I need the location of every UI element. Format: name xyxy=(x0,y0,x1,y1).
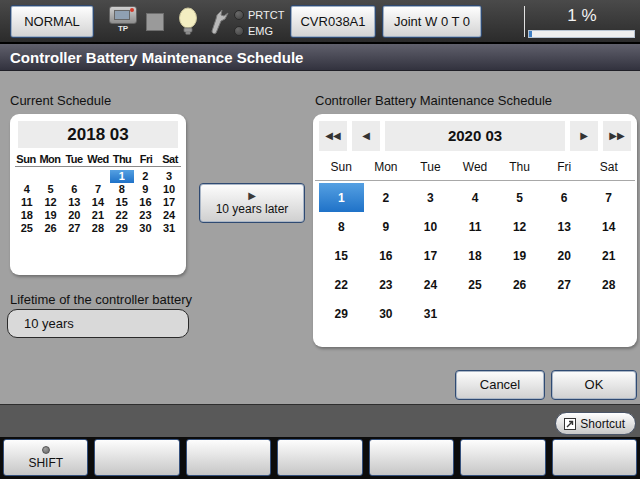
calendar-day[interactable]: 17 xyxy=(157,196,181,209)
calendar-day[interactable]: 2 xyxy=(364,183,409,212)
calendar-empty-cell xyxy=(15,170,39,183)
current-calendar-weekday-row: SunMonTueWedThuFriSat xyxy=(14,151,182,166)
calendar-day-selected[interactable]: 1 xyxy=(319,183,364,212)
calendar-day[interactable]: 7 xyxy=(586,183,631,212)
next-month-button[interactable]: ▶ xyxy=(570,121,598,151)
calendar-day[interactable]: 28 xyxy=(86,222,110,235)
calendar-day[interactable]: 26 xyxy=(497,270,542,299)
calendar-day[interactable]: 2 xyxy=(134,170,158,183)
launch-icon xyxy=(564,418,576,430)
function-key-bar: SHIFT xyxy=(0,437,640,479)
calendar-day[interactable]: 5 xyxy=(497,183,542,212)
weekday-label: Fri xyxy=(542,155,587,180)
calendar-day[interactable]: 18 xyxy=(453,241,498,270)
calendar-day[interactable]: 13 xyxy=(62,196,86,209)
function-key-blank[interactable] xyxy=(369,439,454,476)
calendar-empty-cell xyxy=(39,170,63,183)
calendar-day[interactable]: 22 xyxy=(110,209,134,222)
coordinate-mode-button[interactable]: Joint W 0 T 0 xyxy=(382,5,482,38)
lifetime-value-field[interactable]: 10 years xyxy=(7,309,189,338)
calendar-day[interactable]: 24 xyxy=(157,209,181,222)
prev-year-button[interactable]: ◀◀ xyxy=(319,121,347,151)
calendar-day[interactable]: 8 xyxy=(110,183,134,196)
calendar-day[interactable]: 19 xyxy=(497,241,542,270)
calendar-day[interactable]: 8 xyxy=(319,212,364,241)
calendar-day[interactable]: 15 xyxy=(110,196,134,209)
speed-progress-fill xyxy=(529,31,532,37)
calendar-empty-cell xyxy=(86,170,110,183)
calendar-day[interactable]: 25 xyxy=(453,270,498,299)
ok-button[interactable]: OK xyxy=(551,370,637,400)
calendar-day[interactable]: 27 xyxy=(62,222,86,235)
ten-years-later-button[interactable]: ▶ 10 years later xyxy=(199,183,305,223)
function-key-blank[interactable] xyxy=(186,439,271,476)
calendar-day[interactable]: 29 xyxy=(319,299,364,328)
calendar-day[interactable]: 23 xyxy=(134,209,158,222)
calendar-day[interactable]: 22 xyxy=(319,270,364,299)
calendar-day[interactable]: 26 xyxy=(39,222,63,235)
calendar-day[interactable]: 20 xyxy=(542,241,587,270)
emg-led-icon xyxy=(234,26,244,36)
calendar-day[interactable]: 15 xyxy=(319,241,364,270)
calendar-day[interactable]: 23 xyxy=(364,270,409,299)
calendar-day[interactable]: 3 xyxy=(408,183,453,212)
calendar-day[interactable]: 4 xyxy=(15,183,39,196)
weekday-label: Thu xyxy=(497,155,542,180)
mode-button[interactable]: NORMAL xyxy=(10,5,94,38)
calendar-day[interactable]: 11 xyxy=(453,212,498,241)
shift-led-icon xyxy=(42,446,50,454)
function-key-blank[interactable] xyxy=(460,439,545,476)
calendar-day[interactable]: 12 xyxy=(39,196,63,209)
calendar-empty-cell xyxy=(62,170,86,183)
calendar-day[interactable]: 24 xyxy=(408,270,453,299)
calendar-day[interactable]: 16 xyxy=(364,241,409,270)
calendar-day[interactable]: 13 xyxy=(542,212,587,241)
function-key-blank[interactable] xyxy=(552,439,637,476)
calendar-day[interactable]: 29 xyxy=(110,222,134,235)
calendar-day[interactable]: 31 xyxy=(157,222,181,235)
calendar-day[interactable]: 14 xyxy=(586,212,631,241)
calendar-day[interactable]: 19 xyxy=(39,209,63,222)
calendar-day[interactable]: 9 xyxy=(134,183,158,196)
shortcut-button[interactable]: Shortcut xyxy=(555,412,636,435)
calendar-day-selected[interactable]: 1 xyxy=(110,170,134,183)
calendar-day[interactable]: 31 xyxy=(408,299,453,328)
next-year-button[interactable]: ▶▶ xyxy=(603,121,631,151)
calendar-day[interactable]: 3 xyxy=(157,170,181,183)
calendar-day[interactable]: 17 xyxy=(408,241,453,270)
calendar-day[interactable]: 20 xyxy=(62,209,86,222)
calendar-day[interactable]: 7 xyxy=(86,183,110,196)
emg-indicator: EMG xyxy=(234,24,273,38)
calendar-day[interactable]: 5 xyxy=(39,183,63,196)
calendar-day[interactable]: 18 xyxy=(15,209,39,222)
page-title: Controller Battery Maintenance Schedule xyxy=(0,44,640,71)
calendar-day[interactable]: 21 xyxy=(86,209,110,222)
calendar-day[interactable]: 6 xyxy=(542,183,587,212)
speed-value: 1 % xyxy=(530,6,634,26)
ten-years-later-label: 10 years later xyxy=(216,202,289,216)
calendar-day[interactable]: 9 xyxy=(364,212,409,241)
function-key-blank[interactable] xyxy=(277,439,362,476)
function-key-blank[interactable] xyxy=(94,439,179,476)
calendar-day[interactable]: 16 xyxy=(134,196,158,209)
function-key-label: SHIFT xyxy=(28,456,63,470)
calendar-day[interactable]: 21 xyxy=(586,241,631,270)
calendar-day[interactable]: 10 xyxy=(408,212,453,241)
calendar-day[interactable]: 4 xyxy=(453,183,498,212)
weekday-label: Thu xyxy=(110,151,134,166)
function-key-shift[interactable]: SHIFT xyxy=(3,439,88,476)
calendar-day[interactable]: 14 xyxy=(86,196,110,209)
calendar-day[interactable]: 12 xyxy=(497,212,542,241)
cancel-button[interactable]: Cancel xyxy=(455,370,545,400)
weekday-label: Fri xyxy=(134,151,158,166)
calendar-day[interactable]: 28 xyxy=(586,270,631,299)
calendar-day[interactable]: 30 xyxy=(134,222,158,235)
program-button[interactable]: CVR038A1 xyxy=(290,5,376,38)
calendar-day[interactable]: 30 xyxy=(364,299,409,328)
calendar-day[interactable]: 11 xyxy=(15,196,39,209)
calendar-day[interactable]: 27 xyxy=(542,270,587,299)
calendar-day[interactable]: 10 xyxy=(157,183,181,196)
prev-month-button[interactable]: ◀ xyxy=(352,121,380,151)
calendar-day[interactable]: 25 xyxy=(15,222,39,235)
calendar-day[interactable]: 6 xyxy=(62,183,86,196)
